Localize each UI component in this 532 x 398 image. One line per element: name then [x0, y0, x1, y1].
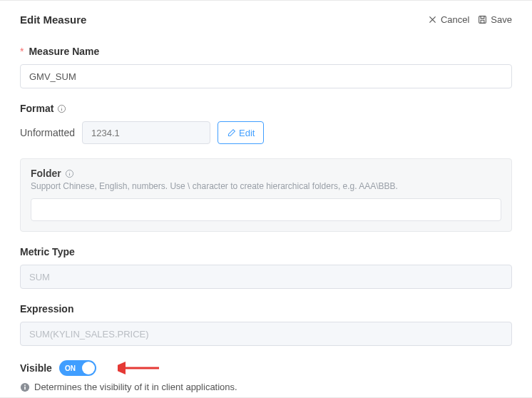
svg-rect-1 [481, 20, 484, 23]
save-label: Save [491, 14, 512, 25]
format-field: Format Unformatted Edit [20, 103, 512, 144]
save-icon [478, 15, 487, 24]
metric-type-label: Metric Type [20, 246, 512, 257]
format-edit-button[interactable]: Edit [218, 121, 264, 144]
info-icon [65, 169, 74, 178]
edit-icon [227, 128, 236, 138]
format-label: Format [20, 103, 512, 114]
svg-rect-0 [479, 16, 486, 24]
dialog-title: Edit Measure [20, 14, 86, 26]
expression-label: Expression [20, 303, 512, 315]
svg-rect-9 [24, 386, 26, 389]
measure-name-field: * Measure Name [20, 46, 512, 88]
info-icon [57, 104, 66, 113]
cancel-button[interactable]: Cancel [428, 14, 469, 25]
format-edit-label: Edit [239, 128, 255, 138]
metric-type-input [20, 265, 512, 289]
cancel-label: Cancel [441, 14, 469, 25]
format-preview-input [82, 121, 210, 144]
visible-toggle[interactable]: ON [59, 360, 96, 376]
format-label-text: Format [20, 103, 53, 114]
expression-field: Expression [20, 303, 512, 346]
svg-point-5 [69, 171, 70, 172]
visible-help-row: Determines the visibility of it in clien… [20, 382, 512, 392]
folder-label: Folder [31, 168, 501, 179]
visible-row: Visible ON [20, 360, 512, 376]
visible-label: Visible [20, 362, 52, 374]
folder-help-text: Support Chinese, English, numbers. Use \… [31, 181, 501, 191]
close-icon [428, 15, 437, 24]
svg-point-8 [24, 384, 26, 386]
folder-panel: Folder Support Chinese, English, numbers… [20, 158, 512, 232]
visible-help-text: Determines the visibility of it in clien… [34, 382, 237, 392]
measure-name-label: * Measure Name [20, 46, 512, 57]
folder-input[interactable] [31, 198, 501, 221]
visible-on-label: ON [65, 364, 76, 372]
svg-point-3 [61, 106, 62, 107]
header-actions: Cancel Save [428, 14, 512, 25]
metric-type-field: Metric Type [20, 246, 512, 289]
unformatted-label: Unformatted [20, 127, 75, 138]
save-button[interactable]: Save [478, 14, 512, 25]
annotation-arrow-icon [118, 361, 160, 375]
folder-label-text: Folder [31, 168, 61, 179]
info-icon [20, 382, 30, 392]
switch-knob [82, 362, 95, 374]
measure-name-label-text: Measure Name [29, 46, 99, 57]
dialog-header: Edit Measure Cancel Save [20, 14, 512, 26]
required-star: * [20, 46, 24, 57]
expression-input [20, 322, 512, 346]
measure-name-input[interactable] [20, 64, 512, 88]
